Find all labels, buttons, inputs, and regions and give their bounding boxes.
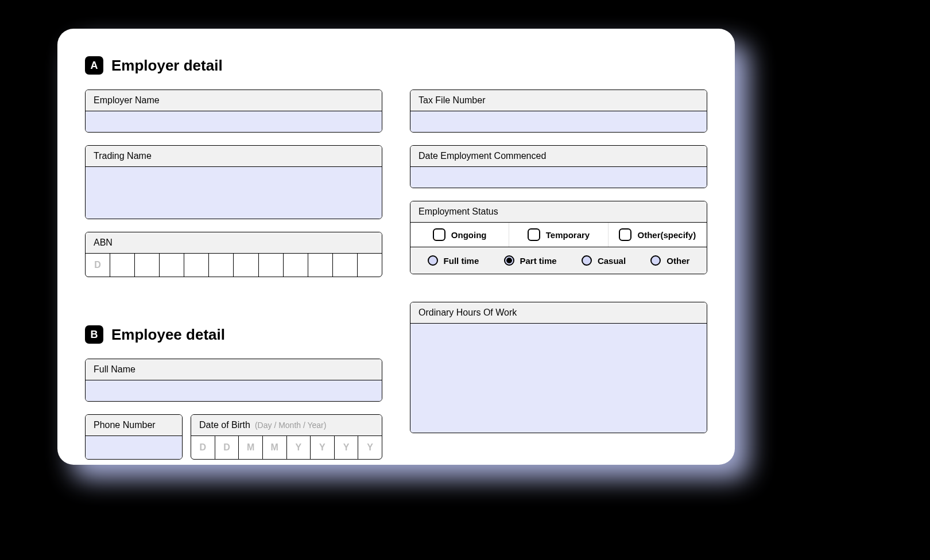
employment-status-label: Employment Status [410, 201, 707, 223]
section-b-header: B Employee detail [85, 325, 382, 344]
check-ongoing-label: Ongoing [451, 230, 487, 240]
right-column: Tax File Number Date Employment Commence… [410, 56, 707, 460]
radio-part-time[interactable]: Part time [504, 255, 557, 266]
phone-field: Phone Number [85, 414, 183, 460]
abn-cell[interactable] [234, 254, 258, 277]
dob-hint: (Day / Month / Year) [255, 421, 327, 430]
ordinary-hours-field: Ordinary Hours Of Work [410, 302, 707, 433]
ordinary-hours-label: Ordinary Hours Of Work [410, 302, 707, 324]
abn-cells[interactable]: D [86, 254, 382, 277]
abn-cell[interactable] [358, 254, 382, 277]
radio-casual-label: Casual [598, 256, 626, 266]
dob-cell[interactable]: M [239, 436, 263, 459]
abn-cell[interactable] [333, 254, 358, 277]
phone-input[interactable] [86, 436, 182, 459]
radio-icon [582, 255, 592, 266]
radio-other-time-label: Other [666, 256, 689, 266]
check-temporary[interactable]: Temporary [509, 223, 608, 247]
dob-cell[interactable]: D [215, 436, 239, 459]
dob-cell[interactable]: Y [287, 436, 311, 459]
dob-cell[interactable]: Y [358, 436, 382, 459]
dob-label: Date of Birth (Day / Month / Year) [191, 415, 382, 436]
abn-cell[interactable]: D [86, 254, 110, 277]
abn-cell[interactable] [259, 254, 284, 277]
radio-full-time-label: Full time [444, 256, 479, 266]
dob-cell[interactable]: D [191, 436, 215, 459]
employer-name-input[interactable] [86, 111, 382, 132]
dob-field: Date of Birth (Day / Month / Year) D D M… [191, 414, 382, 460]
dob-cells[interactable]: D D M M Y Y Y Y [191, 436, 382, 459]
employer-name-field: Employer Name [85, 90, 382, 133]
check-temporary-label: Temporary [546, 230, 590, 240]
tfn-label: Tax File Number [410, 90, 707, 111]
radio-part-time-label: Part time [520, 256, 557, 266]
abn-label: ABN [86, 232, 382, 254]
abn-cell[interactable] [135, 254, 160, 277]
section-b-title: Employee detail [111, 326, 225, 344]
check-other-label: Other(specify) [637, 230, 696, 240]
abn-cell[interactable] [308, 254, 333, 277]
dob-label-text: Date of Birth [199, 420, 250, 430]
dob-cell[interactable]: Y [311, 436, 335, 459]
abn-cell[interactable] [209, 254, 234, 277]
abn-field: ABN D [85, 232, 382, 277]
full-name-input[interactable] [86, 380, 382, 401]
employment-status-field: Employment Status Ongoing Temporary O [410, 201, 707, 274]
radio-icon [428, 255, 438, 266]
abn-cell[interactable] [184, 254, 209, 277]
radio-icon [650, 255, 661, 266]
form-card: A Employer detail Employer Name Trading … [57, 29, 735, 465]
checkbox-icon [528, 228, 540, 241]
dob-cell[interactable]: Y [335, 436, 359, 459]
radio-other-time[interactable]: Other [650, 255, 689, 266]
radio-icon [504, 255, 514, 266]
dob-cell[interactable]: M [263, 436, 287, 459]
left-column: A Employer detail Employer Name Trading … [85, 56, 382, 460]
check-other[interactable]: Other(specify) [609, 223, 707, 247]
checkbox-icon [619, 228, 631, 241]
employer-name-label: Employer Name [86, 90, 382, 111]
full-name-field: Full Name [85, 359, 382, 402]
ordinary-hours-input[interactable] [410, 324, 707, 433]
radio-casual[interactable]: Casual [582, 255, 626, 266]
section-a-badge: A [85, 56, 103, 75]
abn-cell[interactable] [160, 254, 184, 277]
abn-cell[interactable] [110, 254, 135, 277]
full-name-label: Full Name [86, 359, 382, 380]
tfn-input[interactable] [410, 111, 707, 132]
check-ongoing[interactable]: Ongoing [410, 223, 509, 247]
date-commenced-input[interactable] [410, 167, 707, 188]
date-commenced-label: Date Employment Commenced [410, 146, 707, 167]
date-commenced-field: Date Employment Commenced [410, 145, 707, 188]
trading-name-input[interactable] [86, 167, 382, 219]
trading-name-field: Trading Name [85, 145, 382, 219]
section-b-badge: B [85, 325, 103, 344]
abn-cell[interactable] [284, 254, 308, 277]
checkbox-icon [433, 228, 445, 241]
radio-full-time[interactable]: Full time [428, 255, 479, 266]
phone-label: Phone Number [86, 415, 182, 436]
trading-name-label: Trading Name [86, 146, 382, 167]
section-a-title: Employer detail [111, 57, 223, 75]
tfn-field: Tax File Number [410, 90, 707, 133]
section-a-header: A Employer detail [85, 56, 382, 75]
